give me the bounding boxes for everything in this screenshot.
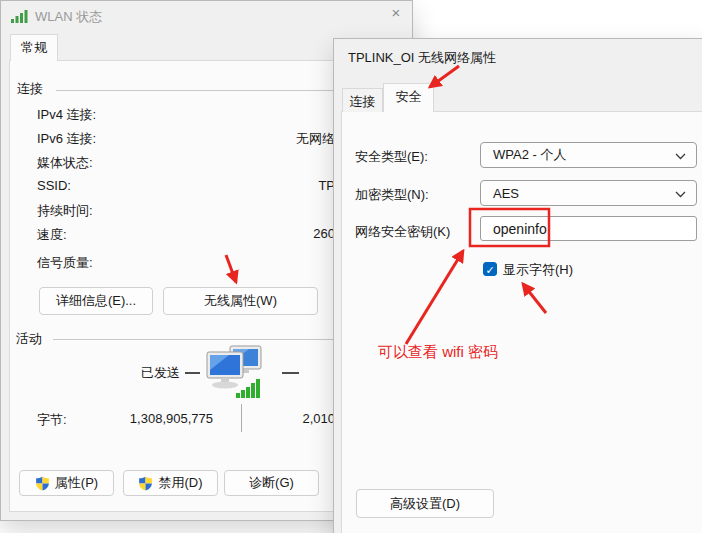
diagnose-button[interactable]: 诊断(G) <box>224 470 319 496</box>
uac-shield-icon <box>35 476 50 491</box>
tab-general[interactable]: 常规 <box>10 34 58 61</box>
network-key-label: 网络安全密钥(K) <box>355 223 450 241</box>
security-tab-page <box>341 111 702 533</box>
properties-button-label: 属性(P) <box>55 474 98 492</box>
divider <box>282 372 299 374</box>
window-title: WLAN 状态 <box>35 8 102 26</box>
wireless-network-properties-dialog: TPLINK_OI 无线网络属性 连接 安全 安全类型(E): WPA2 - 个… <box>333 38 702 533</box>
bytes-sent-value: 1,308,905,775 <box>101 411 213 426</box>
encryption-type-value: AES <box>493 186 519 201</box>
tab-connection[interactable]: 连接 <box>342 88 383 112</box>
row-label: 信号质量: <box>37 254 93 272</box>
show-characters-checkbox[interactable]: ✓ <box>483 262 497 276</box>
encryption-type-label: 加密类型(N): <box>355 186 429 204</box>
details-button[interactable]: 详细信息(E)... <box>39 287 153 315</box>
bytes-label: 字节: <box>37 411 67 429</box>
network-activity-icon <box>203 345 267 399</box>
encryption-type-select[interactable]: AES <box>480 180 697 206</box>
disable-button[interactable]: 禁用(D) <box>123 470 218 496</box>
divider <box>185 372 200 374</box>
desktop: WLAN 状态 × 常规 连接 IPv4 连接: IPv6 连接: 无网络 媒体… <box>0 0 702 533</box>
row-value: 无网络 <box>201 130 335 148</box>
close-icon[interactable]: × <box>387 4 405 22</box>
chevron-down-icon <box>675 153 686 160</box>
row-label: 持续时间: <box>37 202 93 220</box>
row-label: SSID: <box>37 178 71 193</box>
chevron-down-icon <box>675 191 686 198</box>
row-value: 260 <box>201 226 335 241</box>
advanced-settings-button[interactable]: 高级设置(D) <box>356 489 494 518</box>
properties-button[interactable]: 属性(P) <box>19 470 114 496</box>
row-label: 媒体状态: <box>37 154 93 172</box>
wifi-signal-icon <box>11 9 29 24</box>
security-type-select[interactable]: WPA2 - 个人 <box>480 142 697 168</box>
network-key-value: openinfo <box>493 221 547 237</box>
connection-group-label: 连接 <box>17 80 43 98</box>
bytes-received-value: 2,010 <box>251 411 335 426</box>
disable-button-label: 禁用(D) <box>158 474 202 492</box>
uac-shield-icon <box>138 476 153 491</box>
row-label: IPv4 连接: <box>37 106 96 124</box>
row-label: 速度: <box>37 226 67 244</box>
security-type-value: WPA2 - 个人 <box>493 146 566 164</box>
row-value: TP <box>201 178 335 193</box>
show-characters-label: 显示字符(H) <box>503 261 573 279</box>
network-key-input[interactable]: openinfo <box>480 216 697 241</box>
activity-group-label: 活动 <box>16 330 42 348</box>
security-type-label: 安全类型(E): <box>355 148 428 166</box>
row-label: IPv6 连接: <box>37 130 96 148</box>
tab-security[interactable]: 安全 <box>383 83 434 112</box>
window-title: TPLINK_OI 无线网络属性 <box>348 49 496 67</box>
sent-label: 已发送 <box>141 364 180 382</box>
divider <box>241 404 242 432</box>
wireless-properties-button[interactable]: 无线属性(W) <box>163 287 318 315</box>
